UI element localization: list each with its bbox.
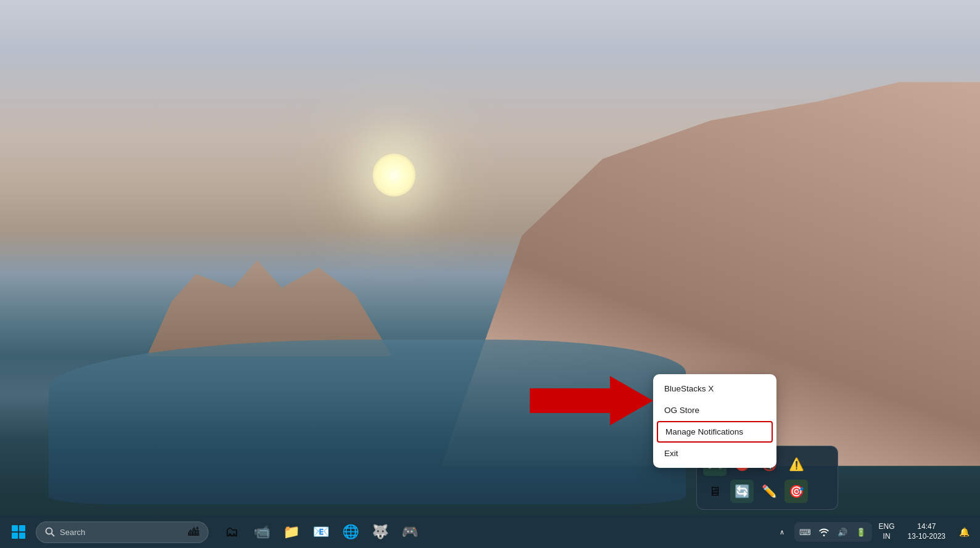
bluestacks-icon: 🎮	[401, 524, 418, 540]
language-line2: IN	[883, 532, 891, 542]
battery-icon[interactable]: 🔋	[852, 523, 870, 541]
bell-icon: 🔔	[959, 527, 970, 537]
language-selector[interactable]: ENG IN	[873, 520, 900, 544]
context-menu-item-bluestacks-x[interactable]: BlueStacks X	[653, 378, 776, 399]
taskbar-city-icon: 🏙	[188, 526, 199, 539]
taskbar-app-teams[interactable]: 📹	[248, 518, 275, 546]
context-menu-item-exit[interactable]: Exit	[653, 443, 776, 464]
keyboard-layout-icon[interactable]: ⌨	[797, 523, 814, 541]
pencil-tray-icon[interactable]: ✏️	[757, 480, 781, 503]
language-line1: ENG	[879, 522, 895, 532]
wifi-signal-icon	[819, 528, 829, 536]
context-menu-item-og-store[interactable]: OG Store	[653, 399, 776, 421]
taskbar: Search 🏙 🗂 📹 📁 📧 🌐 🐺 🎮	[0, 516, 980, 548]
chevron-up-icon: ∧	[780, 528, 784, 536]
teams-icon: 📹	[253, 524, 270, 540]
warning-tray-icon[interactable]: ⚠️	[784, 452, 808, 476]
notification-button[interactable]: 🔔	[953, 521, 975, 543]
display-tray-icon[interactable]: 🖥	[703, 480, 727, 503]
taskbar-app-bluestacks[interactable]: 🎮	[396, 518, 423, 546]
svg-marker-0	[530, 376, 653, 425]
windows-logo-icon	[12, 525, 25, 539]
search-label: Search	[60, 528, 85, 537]
system-tray: ⌨ 🔊 🔋	[794, 522, 872, 542]
file-explorer-icon: 🗂	[225, 524, 239, 540]
search-icon	[45, 527, 55, 537]
annotation-arrow	[530, 373, 653, 431]
search-bar[interactable]: Search 🏙	[36, 521, 208, 543]
clock-time: 14:47	[917, 522, 936, 532]
folder-icon: 📁	[283, 524, 300, 540]
refresh-tray-icon[interactable]: 🔄	[730, 480, 754, 503]
context-menu: BlueStacks X OG Store Manage Notificatio…	[653, 374, 776, 468]
outlook-icon: 📧	[313, 524, 329, 540]
volume-icon[interactable]: 🔊	[834, 523, 851, 541]
taskbar-app-outlook[interactable]: 📧	[307, 518, 334, 546]
wallpaper-sun	[373, 153, 416, 197]
wallpaper-rocks	[147, 219, 392, 356]
svg-line-2	[52, 534, 55, 537]
taskbar-app-browser[interactable]: 🌐	[337, 518, 364, 546]
desktop: 🎮 🔴 🔇 ⚠️ 🖥 🔄 ✏️ 🎯 BlueStacks X OG Store …	[0, 0, 980, 548]
clock-date: 13-10-2023	[908, 532, 945, 542]
tray-expand-button[interactable]: ∧	[771, 521, 793, 543]
nvidia-tray-icon[interactable]: 🎯	[784, 480, 808, 503]
svg-point-1	[46, 528, 52, 534]
wolf-icon: 🐺	[372, 524, 389, 540]
taskbar-apps: 🗂 📹 📁 📧 🌐 🐺 🎮	[218, 518, 423, 546]
taskbar-app-file-explorer[interactable]: 🗂	[218, 518, 245, 546]
taskbar-right: ∧ ⌨ 🔊 🔋	[771, 520, 975, 544]
browser-icon: 🌐	[342, 524, 359, 540]
context-menu-item-manage-notifications[interactable]: Manage Notifications	[657, 421, 773, 443]
taskbar-app-folder[interactable]: 📁	[278, 518, 305, 546]
start-button[interactable]	[5, 518, 32, 546]
taskbar-app-wolf[interactable]: 🐺	[366, 518, 393, 546]
clock-button[interactable]: 14:47 13-10-2023	[902, 520, 952, 544]
wifi-icon[interactable]	[815, 523, 833, 541]
